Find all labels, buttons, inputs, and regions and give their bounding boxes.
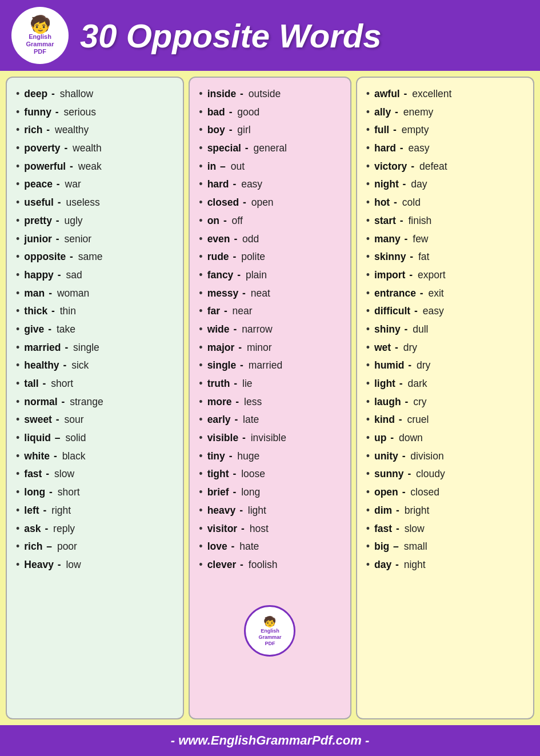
bullet-icon: • — [366, 303, 370, 320]
bullet-icon: • — [199, 122, 202, 139]
bullet-icon: • — [199, 86, 202, 103]
list-item: •deep - shallow — [14, 86, 176, 103]
list-item: •laugh - cry — [364, 394, 526, 411]
list-item: •special - general — [197, 140, 343, 157]
list-item: •inside - outside — [197, 86, 343, 103]
list-item: •sweet - sour — [14, 411, 176, 429]
bullet-icon: • — [199, 502, 202, 519]
list-item: •fancy - plain — [197, 267, 343, 284]
column-right: •awful - excellent•ally - enemy•full - e… — [356, 77, 534, 719]
bullet-icon: • — [16, 375, 19, 393]
bullet-icon: • — [16, 104, 19, 121]
bullet-icon: • — [16, 502, 19, 519]
list-item: •love - hate — [197, 538, 343, 555]
bullet-icon: • — [199, 285, 202, 302]
bullet-icon: • — [199, 321, 202, 338]
list-item: •boy - girl — [197, 122, 343, 139]
bullet-icon: • — [366, 502, 370, 519]
bullet-icon: • — [16, 321, 19, 338]
bullet-icon: • — [366, 104, 370, 121]
bullet-icon: • — [16, 430, 19, 447]
bullet-icon: • — [366, 339, 370, 357]
list-item: •fast - slow — [14, 466, 176, 483]
bullet-icon: • — [16, 122, 19, 139]
list-item: •clever - foolish — [197, 557, 343, 574]
list-item: •shiny - dull — [364, 321, 526, 338]
logo: 🧒 EnglishGrammar PDF — [11, 7, 69, 64]
list-item: •import - export — [364, 267, 526, 284]
bullet-icon: • — [366, 321, 370, 338]
list-item: •night - day — [364, 176, 526, 193]
bullet-icon: • — [366, 484, 370, 501]
bullet-icon: • — [199, 411, 202, 429]
bullet-icon: • — [366, 466, 370, 483]
bullet-icon: • — [16, 158, 19, 175]
bullet-icon: • — [199, 521, 202, 538]
bullet-icon: • — [199, 231, 202, 248]
bullet-icon: • — [16, 176, 19, 193]
bullet-icon: • — [16, 194, 19, 211]
list-item: •single - married — [197, 357, 343, 374]
list-item: •junior - senior — [14, 231, 176, 248]
list-item: •peace - war — [14, 176, 176, 193]
bullet-icon: • — [16, 231, 19, 248]
header: 🧒 EnglishGrammar PDF 30 Opposite Words — [0, 0, 540, 71]
list-item: •useful - useless — [14, 194, 176, 211]
bullet-icon: • — [16, 303, 19, 320]
logo-brand: EnglishGrammar — [26, 33, 54, 48]
list-item: •difficult - easy — [364, 303, 526, 320]
list-item: •hot - cold — [364, 194, 526, 211]
bullet-icon: • — [16, 86, 19, 103]
list-item: •closed - open — [197, 194, 343, 211]
bullet-icon: • — [366, 86, 370, 103]
bullet-icon: • — [199, 466, 202, 483]
list-item: •married - single — [14, 339, 176, 357]
list-item: •visible - invisible — [197, 430, 343, 447]
bullet-icon: • — [366, 249, 370, 266]
list-item: •more - less — [197, 394, 343, 411]
list-item: •fast - slow — [364, 521, 526, 538]
list-item: •truth - lie — [197, 375, 343, 393]
bullet-icon: • — [366, 122, 370, 139]
bullet-icon: • — [16, 339, 19, 357]
logo-pdf: PDF — [34, 48, 46, 55]
list-item: •full - empty — [364, 122, 526, 139]
footer: - www.EnglishGrammarPdf.com - — [0, 725, 540, 756]
bullet-icon: • — [366, 557, 370, 574]
list-item: •bad - good — [197, 104, 343, 121]
list-item: •messy - neat — [197, 285, 343, 302]
list-item: •brief - long — [197, 484, 343, 501]
bullet-icon: • — [16, 394, 19, 411]
bullet-icon: • — [199, 176, 202, 193]
bullet-icon: • — [16, 140, 19, 157]
logo-icon: 🧒 — [30, 16, 51, 33]
page-title: 30 Opposite Words — [80, 17, 381, 55]
bullet-icon: • — [366, 357, 370, 374]
list-item: •poverty - wealth — [14, 140, 176, 157]
list-item: •humid - dry — [364, 357, 526, 374]
columns-area: •deep - shallow•funny - serious•rich - w… — [0, 71, 540, 725]
list-item: •start - finish — [364, 213, 526, 230]
list-item: •dim - bright — [364, 502, 526, 519]
list-item: •on - off — [197, 213, 343, 230]
list-item: •rich - wealthy — [14, 122, 176, 139]
bullet-icon: • — [199, 158, 202, 175]
bullet-icon: • — [366, 194, 370, 211]
bullet-icon: • — [16, 557, 19, 574]
list-item: •rich – poor — [14, 538, 176, 555]
bullet-icon: • — [199, 194, 202, 211]
list-item: •normal - strange — [14, 394, 176, 411]
list-item: •far - near — [197, 303, 343, 320]
bullet-icon: • — [16, 285, 19, 302]
list-item: •opposite - same — [14, 249, 176, 266]
bullet-icon: • — [199, 538, 202, 555]
list-item: •hard - easy — [364, 140, 526, 157]
list-item: •in – out — [197, 158, 343, 175]
bullet-icon: • — [16, 448, 19, 465]
list-item: •visitor - host — [197, 521, 343, 538]
list-item: •entrance - exit — [364, 285, 526, 302]
bullet-icon: • — [366, 140, 370, 157]
list-item: •kind - cruel — [364, 411, 526, 429]
list-item: •ask - reply — [14, 521, 176, 538]
list-item: •ally - enemy — [364, 104, 526, 121]
